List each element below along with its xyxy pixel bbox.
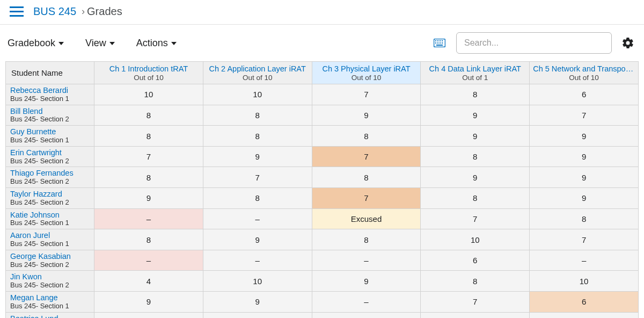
grade-cell[interactable]: 8 xyxy=(94,312,203,318)
student-cell[interactable]: Bill BlendBus 245- Section 2 xyxy=(6,105,94,126)
grade-cell[interactable]: 8 xyxy=(312,167,421,188)
grade-cell[interactable]: 9 xyxy=(94,188,203,209)
column-name[interactable]: Ch 1 Introduction tRAT xyxy=(98,64,200,73)
student-cell[interactable]: Taylor HazzardBus 245- Section 2 xyxy=(6,188,94,209)
student-name[interactable]: Jin Kwon xyxy=(10,272,90,281)
grade-cell[interactable]: 8 xyxy=(530,312,639,318)
column-header-student[interactable]: Student Name xyxy=(6,62,94,84)
grade-cell[interactable]: 7 xyxy=(312,146,421,167)
view-menu[interactable]: View xyxy=(85,38,115,49)
grade-cell[interactable]: 7 xyxy=(203,167,312,188)
student-cell[interactable]: Jin KwonBus 245- Section 2 xyxy=(6,271,94,292)
grade-cell[interactable]: 9 xyxy=(203,146,312,167)
column-name[interactable]: Ch 2 Application Layer iRAT xyxy=(207,64,309,73)
actions-menu[interactable]: Actions xyxy=(136,38,177,49)
grade-cell[interactable]: 8 xyxy=(94,126,203,147)
grade-cell[interactable]: 9 xyxy=(312,105,421,126)
student-cell[interactable]: Thiago FernandesBus 245- Section 2 xyxy=(6,167,94,188)
grade-cell[interactable]: – xyxy=(94,250,203,271)
grade-cell[interactable]: 10 xyxy=(94,84,203,105)
grade-cell[interactable]: 6 xyxy=(530,292,639,313)
grade-cell[interactable]: 9 xyxy=(530,126,639,147)
grade-cell[interactable]: 7 xyxy=(94,146,203,167)
grade-cell[interactable]: 9 xyxy=(530,146,639,167)
grade-cell[interactable]: 9 xyxy=(312,271,421,292)
grade-cell[interactable]: 9 xyxy=(94,292,203,313)
grade-cell[interactable]: – xyxy=(203,250,312,271)
column-header-assignment[interactable]: Ch 3 Physical Layer iRATOut of 10 xyxy=(312,62,421,84)
grade-cell[interactable]: – xyxy=(312,312,421,318)
column-header-assignment[interactable]: Ch 2 Application Layer iRATOut of 10 xyxy=(203,62,312,84)
grade-cell[interactable]: 8 xyxy=(421,188,530,209)
keyboard-shortcuts-icon[interactable] xyxy=(434,39,445,47)
grade-cell[interactable]: – xyxy=(203,208,312,229)
student-name[interactable]: Katie Johnson xyxy=(10,211,90,220)
grade-cell[interactable]: 10 xyxy=(530,271,639,292)
grade-cell[interactable]: 8 xyxy=(94,167,203,188)
student-name[interactable]: Megan Lange xyxy=(10,293,90,302)
grade-cell[interactable]: 9 xyxy=(421,312,530,318)
student-name[interactable]: Guy Burnette xyxy=(10,127,90,136)
student-cell[interactable]: Erin CartwrightBus 245- Section 2 xyxy=(6,146,94,167)
gradebook-menu[interactable]: Gradebook xyxy=(8,38,64,49)
column-name[interactable]: Ch 5 Network and Transport La... xyxy=(533,64,635,73)
search-input[interactable] xyxy=(456,32,612,54)
grade-cell[interactable]: 9 xyxy=(530,167,639,188)
grade-cell[interactable]: Excused xyxy=(312,208,421,229)
grade-cell[interactable]: 7 xyxy=(312,84,421,105)
grade-cell[interactable]: 8 xyxy=(203,188,312,209)
student-cell[interactable]: Katie JohnsonBus 245- Section 1 xyxy=(6,208,94,229)
column-header-assignment[interactable]: Ch 1 Introduction tRATOut of 10 xyxy=(94,62,203,84)
breadcrumb-root[interactable]: BUS 245 xyxy=(33,5,76,18)
student-cell[interactable]: George KasabianBus 245- Section 2 xyxy=(6,250,94,271)
grade-cell[interactable]: 9 xyxy=(203,229,312,250)
grade-cell[interactable]: 10 xyxy=(203,84,312,105)
grade-cell[interactable]: 8 xyxy=(530,208,639,229)
gear-icon[interactable] xyxy=(621,37,634,49)
grade-cell[interactable]: 7 xyxy=(530,105,639,126)
grade-cell[interactable]: 9 xyxy=(530,188,639,209)
grade-cell[interactable]: 8 xyxy=(421,271,530,292)
grade-cell[interactable]: 8 xyxy=(203,105,312,126)
grade-cell[interactable]: – xyxy=(530,250,639,271)
grade-cell[interactable]: 9 xyxy=(421,167,530,188)
grade-cell[interactable]: 9 xyxy=(203,292,312,313)
grade-cell[interactable]: 8 xyxy=(421,84,530,105)
grade-cell[interactable]: 7 xyxy=(530,229,639,250)
grade-cell[interactable]: 8 xyxy=(203,126,312,147)
column-header-assignment[interactable]: Ch 4 Data Link Layer iRATOut of 1 xyxy=(421,62,530,84)
student-name[interactable]: Aaron Jurel xyxy=(10,231,90,240)
grade-cell[interactable]: 8 xyxy=(312,126,421,147)
grade-cell[interactable]: – xyxy=(94,208,203,229)
grade-cell[interactable]: 8 xyxy=(312,229,421,250)
grade-cell[interactable]: 7 xyxy=(421,208,530,229)
grade-cell[interactable]: 6 xyxy=(530,84,639,105)
grade-cell[interactable]: 7 xyxy=(312,188,421,209)
student-name[interactable]: Bill Blend xyxy=(10,107,90,116)
student-name[interactable]: Beatrice Lund xyxy=(10,314,90,318)
column-name[interactable]: Ch 4 Data Link Layer iRAT xyxy=(424,64,526,73)
grade-cell[interactable]: 8 xyxy=(94,105,203,126)
student-cell[interactable]: Rebecca BerardiBus 245- Section 1 xyxy=(6,84,94,105)
grade-cell[interactable]: 10 xyxy=(421,229,530,250)
student-cell[interactable]: Guy BurnetteBus 245- Section 1 xyxy=(6,126,94,147)
student-name[interactable]: Taylor Hazzard xyxy=(10,190,90,199)
grade-cell[interactable]: 8 xyxy=(203,312,312,318)
grade-cell[interactable]: 6 xyxy=(421,250,530,271)
grade-cell[interactable]: 8 xyxy=(94,229,203,250)
grade-cell[interactable]: – xyxy=(312,250,421,271)
student-name[interactable]: Thiago Fernandes xyxy=(10,169,90,178)
grade-cell[interactable]: 4 xyxy=(94,271,203,292)
grade-cell[interactable]: 7 xyxy=(421,292,530,313)
grade-cell[interactable]: 10 xyxy=(203,271,312,292)
grade-cell[interactable]: 9 xyxy=(421,126,530,147)
column-name[interactable]: Ch 3 Physical Layer iRAT xyxy=(316,64,418,73)
student-name[interactable]: Erin Cartwright xyxy=(10,148,90,157)
student-cell[interactable]: Aaron JurelBus 245- Section 1 xyxy=(6,229,94,250)
grade-cell[interactable]: 8 xyxy=(421,146,530,167)
student-cell[interactable]: Megan LangeBus 245- Section 1 xyxy=(6,292,94,313)
student-cell[interactable]: Beatrice LundBus 245- Section 1 xyxy=(6,312,94,318)
grade-cell[interactable]: 9 xyxy=(421,105,530,126)
column-header-assignment[interactable]: Ch 5 Network and Transport La...Out of 1… xyxy=(530,62,639,84)
hamburger-icon[interactable] xyxy=(10,6,24,17)
